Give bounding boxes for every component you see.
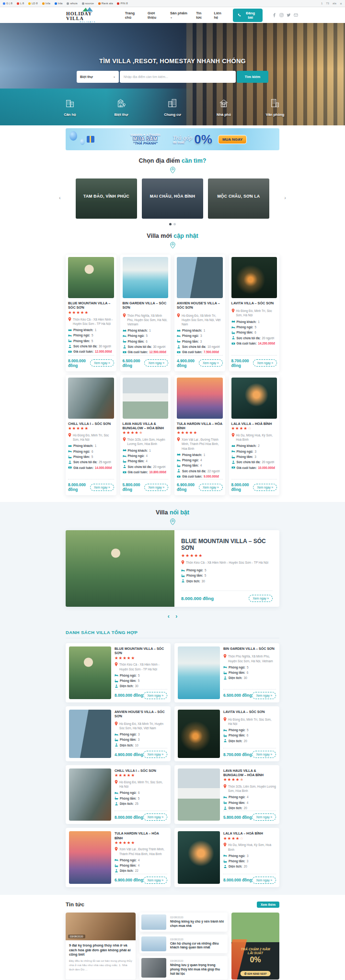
villa-title[interactable]: LALA VILLA – HOÀ BÌNH	[223, 831, 276, 835]
bookmark-item[interactable]: Rank ala	[98, 2, 113, 5]
site-logo[interactable]: HOLIDAY VILLA HOLIDAYS	[66, 7, 110, 23]
featured-prev-arrow[interactable]: ‹	[168, 613, 170, 620]
view-now-button[interactable]: Xem ngay »	[253, 359, 277, 367]
bookmark-item[interactable]: PIN 8	[117, 2, 127, 5]
twitter-icon[interactable]	[287, 13, 291, 17]
news-main-title[interactable]: 9 đại kỵ trong phong thủy nhà ở và cách …	[69, 943, 132, 958]
view-now-button[interactable]: Xem ngay »	[143, 877, 167, 884]
news-side-item[interactable]: 03/08/2020Căn hộ chung cư và những điều …	[139, 935, 228, 954]
nav-item[interactable]: Tin tức	[196, 11, 207, 20]
browser-toolbar-item[interactable]: 73	[326, 2, 329, 5]
view-now-button[interactable]: Xem ngay »	[252, 692, 276, 699]
villa-list-item[interactable]: BLUE MOUNTAIN VILLA – SÓC SƠN★★★★★Thôn K…	[66, 643, 171, 702]
bookmark-item[interactable]: Inla	[55, 2, 63, 5]
nav-item[interactable]: Liên hệ	[214, 11, 226, 20]
bookmark-item[interactable]: G | 8	[3, 2, 12, 5]
search-input[interactable]	[120, 71, 236, 83]
villa-card[interactable]: TULA HARDIN VILLA – HÒA BÌNH★★★★★Xóm Vật…	[174, 375, 225, 496]
villa-title[interactable]: LAVA HAUS VILLA & BUNGALOW – HÒA BÌNH	[123, 422, 169, 431]
villa-title[interactable]: TULA HARDIN VILLA – HÒA BÌNH	[177, 422, 223, 431]
bookmark-item[interactable]: Infa	[42, 2, 50, 5]
featured-villa-title[interactable]: BLUE MOUNTAIN VILLA – SÓC SƠN	[181, 538, 273, 551]
villa-title[interactable]: CHILL VILLA I – SÓC SƠN	[68, 422, 114, 426]
villa-title[interactable]: LAVITA VILLA – SÓC SƠN	[223, 710, 276, 714]
category-office[interactable]: Văn phòng	[258, 98, 292, 117]
villa-title[interactable]: ANVIEN HOUSE'S VILLA – SÓC SƠN	[115, 710, 167, 718]
villa-card[interactable]: CHILL VILLA I – SÓC SƠN★★★★★Hồ Đồng Đò, …	[66, 375, 116, 496]
view-now-button[interactable]: Xem ngay »	[252, 813, 276, 821]
bookmark-item[interactable]: L 8	[17, 2, 24, 5]
view-now-button[interactable]: Xem ngay »	[143, 751, 167, 758]
promo-cta-button[interactable]: MUA NGAY	[218, 135, 247, 144]
carousel-next-arrow[interactable]: ›	[284, 195, 286, 200]
villa-title[interactable]: TULA HARDIN VILLA – HÒA BÌNH	[115, 831, 167, 840]
view-now-button[interactable]: Xem ngay »	[252, 877, 276, 884]
view-now-button[interactable]: Xem ngay »	[252, 751, 276, 758]
email-icon[interactable]	[294, 13, 298, 17]
view-now-button[interactable]: Xem ngay »	[143, 813, 167, 821]
villa-list-item[interactable]: LAVA HAUS VILLA & BUNGALOW – HÒA BÌNH★★★…	[174, 765, 279, 824]
browser-toolbar-item[interactable]: ala	[333, 2, 336, 5]
browser-close-icon[interactable]: ✕	[340, 2, 342, 5]
view-now-button[interactable]: Xem ngay »	[199, 359, 223, 367]
view-now-button[interactable]: Xem ngay »	[90, 359, 114, 367]
news-ad-banner[interactable]: TRẢ CHẬM 2 NĂMLÃI SUẤT 0% ✆ 024 6293 522…	[231, 913, 279, 980]
nav-item[interactable]: Sản phẩm ▼	[170, 11, 190, 20]
category-townhouse[interactable]: Nhà phố	[207, 98, 241, 117]
carousel-prev-arrow[interactable]: ‹	[59, 195, 61, 200]
news-side-item[interactable]: 03/08/2020Những lưu ý quan trọng trong p…	[139, 956, 228, 980]
instagram-icon[interactable]	[279, 13, 284, 17]
carousel-dot[interactable]	[169, 223, 172, 225]
nav-item[interactable]: Trang chủ	[125, 11, 141, 20]
villa-title[interactable]: LALA VILLA – HOÀ BÌNH	[231, 422, 277, 426]
view-now-button[interactable]: Xem ngay »	[143, 692, 167, 699]
villa-title[interactable]: LAVITA VILLA – SÓC SƠN	[231, 301, 277, 305]
news-side-item[interactable]: 02/08/2020Những kiêng kỵ chú ý nên tránh…	[139, 913, 228, 932]
promo-banner[interactable]: vuanêm ✦ x Fundiin MUA SẮM “THẢ PHANH” T…	[66, 128, 279, 150]
news-more-button[interactable]: Xem thêm	[257, 902, 279, 908]
villa-card[interactable]: BIN GARDEN VILLA – SÓC SƠNThôn Phú Nghĩa…	[120, 255, 171, 371]
category-apartment[interactable]: Căn hộ	[53, 98, 87, 117]
villa-list-item[interactable]: BIN GARDEN VILLA – SÓC SƠNThôn Phú Nghĩa…	[174, 643, 279, 702]
featured-villa-card[interactable]: BLUE MOUNTAIN VILLA – SÓC SƠN ★★★★★ Thôn…	[66, 530, 279, 607]
view-now-button[interactable]: Xem ngay »	[199, 484, 223, 491]
view-now-button[interactable]: Xem ngay »	[144, 359, 168, 367]
villa-title[interactable]: LAVA HAUS VILLA & BUNGALOW – HÒA BÌNH	[223, 768, 276, 777]
carousel-dot[interactable]	[173, 223, 176, 225]
villa-title[interactable]: BLUE MOUNTAIN VILLA – SÓC SƠN	[68, 301, 114, 310]
villa-title[interactable]: BIN GARDEN VILLA – SÓC SƠN	[123, 301, 169, 310]
villa-card[interactable]: ANVIEN HOUSE'S VILLA – SÓC SƠNHồ Đồng Đò…	[174, 255, 225, 371]
villa-card[interactable]: BLUE MOUNTAIN VILLA – SÓC SƠN★★★★★Thôn K…	[66, 255, 116, 371]
villa-card[interactable]: LAVA HAUS VILLA & BUNGALOW – HÒA BÌNH★★★…	[120, 375, 171, 496]
villa-title[interactable]: ANVIEN HOUSE'S VILLA – SÓC SƠN	[177, 301, 223, 310]
villa-list-item[interactable]: CHILL VILLA I – SÓC SƠN★★★★★Hồ Đồng Đò, …	[66, 765, 171, 824]
browser-toolbar-item[interactable]: 1	[321, 2, 322, 5]
bookmark-item[interactable]: LD 8	[28, 2, 38, 5]
post-listing-button[interactable]: Đăng bài	[233, 9, 263, 22]
news-main-article[interactable]: 03/08/2020 9 đại kỵ trong phong thủy nhà…	[66, 913, 136, 980]
location-card[interactable]: MAI CHÂU, HÒA BÌNH	[142, 178, 203, 219]
location-card[interactable]: TAM ĐẢO, VĨNH PHÚC	[76, 178, 137, 219]
bookmark-item[interactable]: whois	[67, 2, 77, 5]
villa-list-item[interactable]: LALA VILLA – HOÀ BÌNH★★★★☆Hồ Dụ, Mông Ho…	[174, 828, 279, 887]
view-now-button[interactable]: Xem ngay »	[144, 484, 168, 491]
villa-card[interactable]: LALA VILLA – HOÀ BÌNH★★★★☆Hồ Dụ, Mông Ho…	[229, 375, 280, 496]
search-button[interactable]: Tìm kiếm	[237, 71, 268, 83]
nav-item[interactable]: Giới thiệu	[148, 11, 164, 20]
news-side-title[interactable]: Những lưu ý quan trọng trong phong thủy …	[170, 963, 225, 976]
news-side-title[interactable]: Những kiêng kỵ chú ý nên tránh khi chọn …	[170, 920, 225, 928]
villa-list-item[interactable]: TULA HARDIN VILLA – HÒA BÌNH★★★★★Xóm Vật…	[66, 828, 171, 887]
category-villa[interactable]: Biệt thự	[104, 98, 138, 117]
featured-next-arrow[interactable]: ›	[175, 613, 177, 620]
villa-title[interactable]: BLUE MOUNTAIN VILLA – SÓC SƠN	[115, 646, 167, 655]
location-card[interactable]: MỘC CHÂU, SƠN LA	[208, 178, 269, 219]
villa-title[interactable]: CHILL VILLA I – SÓC SƠN	[115, 768, 167, 773]
villa-list-item[interactable]: LAVITA VILLA – SÓC SƠNHồ Đồng Đò, Minh T…	[174, 706, 279, 761]
villa-title[interactable]: BIN GARDEN VILLA – SÓC SƠN	[223, 646, 276, 651]
news-side-title[interactable]: Căn hộ chung cư và những điều khách hàng…	[170, 942, 225, 950]
view-now-button[interactable]: Xem ngay »	[249, 595, 273, 602]
facebook-icon[interactable]	[272, 13, 276, 17]
bookmark-item[interactable]: source	[82, 2, 94, 5]
villa-list-item[interactable]: ANVIEN HOUSE'S VILLA – SÓC SƠNHồ Đồng Đò…	[66, 706, 171, 761]
category-condo[interactable]: Chung cư	[155, 98, 190, 117]
